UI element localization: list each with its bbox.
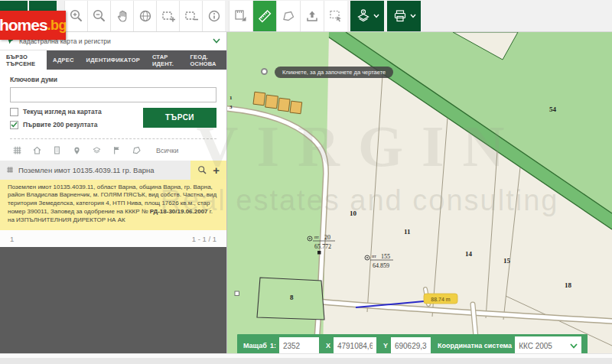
filter-layers-button[interactable]	[92, 145, 102, 155]
measure-label: 88.74 m	[424, 294, 457, 304]
result-info-order: РД-18-30/19.06.2007	[150, 208, 208, 215]
draw-cursor	[261, 68, 268, 75]
quick-search-form: Ключови думи Текущ изглед на картата Пър…	[0, 70, 226, 134]
x-label: X	[326, 342, 330, 349]
building-icon	[52, 145, 62, 155]
first200-checkbox[interactable]	[10, 121, 18, 129]
logo-suffix: .bg	[47, 18, 67, 34]
chevron-down-icon	[373, 14, 379, 18]
y-label: Y	[383, 342, 388, 349]
zoom-window-in-button[interactable]	[156, 1, 179, 31]
filter-geodetic-button[interactable]	[112, 145, 122, 155]
homes-bg-logo[interactable]: homes.bg	[0, 11, 66, 40]
svg-text:11: 11	[404, 228, 411, 236]
layers-button[interactable]	[350, 1, 384, 31]
top-toolbar	[0, 0, 612, 32]
tab-identifier[interactable]: ИДЕНТИФИКАТОР	[80, 50, 146, 70]
point-elevation: 64.859	[373, 262, 389, 269]
crs-select[interactable]: ККС 2005	[515, 336, 581, 353]
point-prefix: пт	[314, 235, 319, 239]
result-details: Поземлен имот 10135.4039.11, област Варн…	[0, 180, 226, 231]
search-tabs: БЪРЗО ТЪРСЕНЕ АДРЕС ИДЕНТИФИКАТОР СТАР И…	[0, 50, 226, 70]
zoom-in-icon	[69, 8, 84, 24]
globe-icon	[138, 8, 153, 24]
zoom-out-button[interactable]	[87, 1, 110, 31]
point-number: 155	[381, 253, 390, 260]
svg-text:88.74 m: 88.74 m	[431, 297, 450, 302]
vertex-handle[interactable]	[235, 291, 239, 296]
zoom-in-button[interactable]	[64, 1, 87, 31]
upload-icon	[304, 8, 320, 24]
survey-mark	[317, 251, 321, 255]
filter-parcels-button[interactable]	[12, 145, 22, 155]
svg-text:54: 54	[549, 106, 557, 113]
keywords-label: Ключови думи	[10, 76, 216, 83]
x-coordinate-input[interactable]	[334, 337, 376, 353]
point-number: 20	[324, 234, 330, 241]
measure-length-button[interactable]	[252, 1, 276, 31]
pan-button[interactable]	[110, 1, 133, 31]
zoom-out-icon	[92, 8, 107, 24]
page-bottom-band	[0, 358, 612, 364]
search-sidebar: Кадастрална карта и регистри БЪРЗО ТЪРСЕ…	[0, 32, 227, 353]
first200-checkbox-row[interactable]: Първите 200 резултата	[10, 121, 143, 129]
current-view-checkbox-row[interactable]: Текущ изглед на картата	[10, 108, 143, 116]
point-prefix: пт	[372, 254, 376, 258]
home-icon	[32, 145, 42, 155]
crs-label: Координатна система	[438, 342, 512, 349]
point-elevation: 65.772	[314, 243, 331, 250]
svg-text:18: 18	[565, 281, 572, 289]
upload-button[interactable]	[300, 1, 324, 31]
parcel-grid-icon	[6, 166, 14, 174]
identify-button[interactable]	[202, 1, 225, 31]
keywords-input[interactable]	[10, 87, 216, 102]
flag-icon	[112, 145, 122, 155]
polygon-icon	[281, 8, 296, 24]
add-result-icon[interactable]: +	[213, 164, 220, 176]
zoom-rect-minus-icon	[184, 8, 199, 24]
svg-text:14: 14	[465, 250, 473, 258]
object-type-filters: Всички	[0, 141, 226, 161]
measure-ruler-icon	[257, 8, 272, 24]
grid-icon	[12, 145, 22, 155]
filter-all-label[interactable]: Всички	[156, 147, 178, 154]
map-nav-tools	[64, 1, 225, 31]
filter-zones-button[interactable]	[132, 145, 142, 155]
tab-address[interactable]: АДРЕС	[47, 50, 80, 70]
tab-geod-base[interactable]: ГЕОД. ОСНОВА	[184, 50, 226, 70]
zoom-to-result-icon[interactable]	[197, 165, 207, 175]
page-number[interactable]: 1	[10, 235, 14, 243]
result-title: Поземлен имот 10135.4039.11 гр. Варна	[18, 166, 154, 174]
logo-text: homes	[0, 16, 47, 34]
select-features-button[interactable]	[324, 1, 347, 31]
zoom-rect-plus-icon	[161, 8, 176, 24]
y-coordinate-input[interactable]	[391, 337, 431, 353]
tab-old-ident[interactable]: СТАР ИДЕНТ.	[146, 50, 184, 70]
result-tools: +	[190, 161, 226, 180]
scale-input[interactable]	[279, 337, 319, 353]
chevron-down-icon[interactable]	[213, 38, 220, 44]
map-area[interactable]: пт 20 65.772 пт 155 64.859 54 10 11 14 1…	[227, 32, 612, 353]
filter-apartments-button[interactable]	[52, 145, 62, 155]
info-icon	[207, 8, 222, 24]
layers-info-icon	[356, 8, 371, 24]
print-button[interactable]	[387, 1, 421, 31]
tab-quick-search[interactable]: БЪРЗО ТЪРСЕНЕ	[0, 50, 47, 70]
search-button[interactable]: ТЪРСИ	[143, 108, 216, 128]
filter-buildings-button[interactable]	[32, 145, 42, 155]
scale-tool-button[interactable]	[229, 1, 252, 31]
sidebar-empty-area	[0, 247, 226, 353]
first200-label: Първите 200 резултата	[23, 121, 97, 128]
svg-text:3: 3	[230, 104, 233, 110]
measure-area-button[interactable]	[276, 1, 300, 31]
map-measure-tools	[229, 1, 421, 31]
pan-hand-icon	[115, 8, 130, 24]
filter-points-button[interactable]	[72, 145, 82, 155]
polygon-icon	[132, 145, 142, 155]
full-extent-button[interactable]	[133, 1, 156, 31]
map-canvas[interactable]: пт 20 65.772 пт 155 64.859 54 10 11 14 1…	[227, 32, 612, 353]
current-view-checkbox[interactable]	[10, 108, 18, 116]
zoom-window-out-button[interactable]	[179, 1, 202, 31]
crs-value: ККС 2005	[519, 342, 570, 350]
result-row[interactable]: Поземлен имот 10135.4039.11 гр. Варна +	[0, 161, 226, 180]
